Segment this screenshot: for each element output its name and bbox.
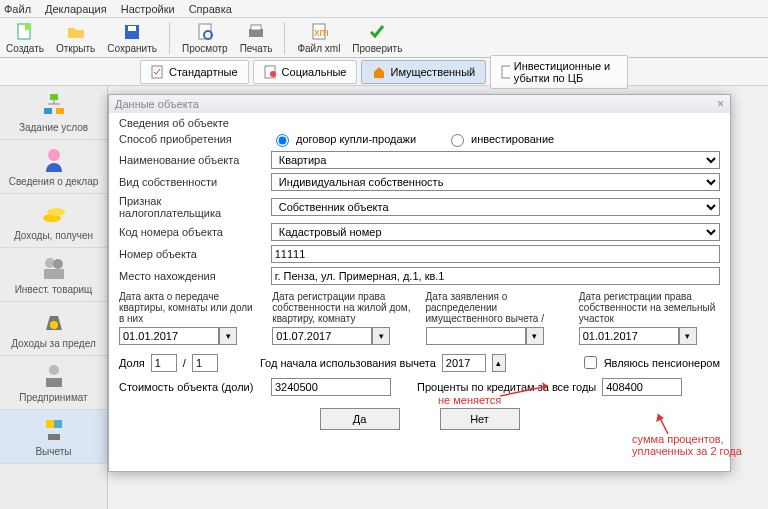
save-icon [122, 22, 142, 42]
check-button[interactable]: Проверить [352, 22, 402, 54]
create-button[interactable]: Создать [6, 22, 44, 54]
taxpayer-sign-label: Признак налогоплательщика [119, 195, 265, 219]
object-number-input[interactable] [271, 245, 720, 263]
ownership-type-select[interactable]: Индивидуальная собственность [271, 173, 720, 191]
date-picker-icon[interactable]: ▾ [679, 327, 697, 345]
menu-help[interactable]: Справка [189, 3, 232, 15]
menu-settings[interactable]: Настройки [121, 3, 175, 15]
svg-rect-16 [56, 108, 64, 114]
date-picker-icon[interactable]: ▾ [219, 327, 237, 345]
menu-file[interactable]: Файл [4, 3, 31, 15]
svg-rect-25 [46, 378, 62, 387]
sidebar-item-income[interactable]: Доходы, получен [0, 194, 107, 248]
yes-button[interactable]: Да [320, 408, 400, 430]
preview-button[interactable]: Просмотр [182, 22, 228, 54]
svg-rect-26 [46, 420, 54, 428]
print-button[interactable]: Печать [240, 22, 273, 54]
close-icon[interactable]: × [717, 97, 724, 111]
sidebar: Задание услов Сведения о деклар Доходы, … [0, 86, 108, 509]
object-number-label: Номер объекта [119, 248, 265, 260]
house-icon [372, 65, 386, 79]
share-numerator-input[interactable] [151, 354, 177, 372]
share-label: Доля [119, 357, 145, 369]
svg-point-24 [49, 365, 59, 375]
svg-point-12 [270, 71, 276, 77]
save-button[interactable]: Сохранить [107, 22, 157, 54]
sidebar-item-declarant[interactable]: Сведения о деклар [0, 140, 107, 194]
date-reg-land-input[interactable] [579, 327, 679, 345]
separator [284, 22, 285, 54]
deductions-icon [40, 416, 68, 444]
sidebar-item-conditions[interactable]: Задание услов [0, 86, 107, 140]
svg-rect-7 [251, 25, 261, 30]
svg-rect-13 [502, 66, 510, 78]
date-application-label: Дата заявления о распределении имуществе… [426, 291, 567, 325]
svg-rect-27 [54, 420, 62, 428]
sidebar-item-deductions[interactable]: Вычеты [0, 410, 107, 464]
date-picker-icon[interactable]: ▾ [526, 327, 544, 345]
date-reg-land-label: Дата регистрации права собственности на … [579, 291, 720, 325]
svg-rect-28 [48, 434, 60, 440]
object-name-label: Наименование объекта [119, 154, 265, 166]
svg-point-23 [50, 321, 58, 329]
filexml-button[interactable]: xml Файл xml [297, 22, 340, 54]
svg-point-19 [47, 208, 65, 216]
date-reg-home-label: Дата регистрации права собственности на … [272, 291, 413, 325]
acquisition-method-label: Способ приобретения [119, 133, 265, 145]
xml-file-icon: xml [309, 22, 329, 42]
object-name-select[interactable]: Квартира [271, 151, 720, 169]
new-document-icon [15, 22, 35, 42]
svg-rect-14 [50, 94, 58, 100]
cost-input[interactable] [271, 378, 391, 396]
document-icon [501, 65, 510, 79]
svg-rect-22 [44, 269, 64, 279]
radio-purchase-contract[interactable]: договор купли-продажи [271, 131, 416, 147]
location-input[interactable] [271, 267, 720, 285]
date-application-input[interactable] [426, 327, 526, 345]
document-check-icon [151, 65, 165, 79]
interest-input[interactable] [602, 378, 682, 396]
check-icon [367, 22, 387, 42]
money-bag-icon [40, 308, 68, 336]
tab-standard[interactable]: Стандартные [140, 60, 249, 84]
briefcase-person-icon [40, 362, 68, 390]
pensioner-checkbox[interactable]: Являюсь пенсионером [580, 353, 720, 372]
object-data-dialog: Данные объекта × Сведения об объекте Спо… [108, 94, 731, 472]
menu-declaration[interactable]: Декларация [45, 3, 107, 15]
sidebar-item-entrepreneur[interactable]: Предпринимат [0, 356, 107, 410]
tree-icon [40, 92, 68, 120]
open-button[interactable]: Открыть [56, 22, 95, 54]
svg-point-17 [48, 149, 60, 161]
tab-investments[interactable]: Инвестиционные и убытки по ЦБ [490, 55, 628, 89]
date-act-label: Дата акта о передаче квартиры, комнаты и… [119, 291, 260, 325]
svg-text:xml: xml [314, 26, 329, 38]
deduction-tabs: Стандартные Социальные Имущественный Инв… [0, 58, 768, 86]
coins-icon [40, 200, 68, 228]
object-code-select[interactable]: Кадастровый номер [271, 223, 720, 241]
date-act-input[interactable] [119, 327, 219, 345]
tab-social[interactable]: Социальные [253, 60, 358, 84]
radio-investment[interactable]: инвестирование [446, 131, 554, 147]
folder-open-icon [66, 22, 86, 42]
no-button[interactable]: Нет [440, 408, 520, 430]
ownership-type-label: Вид собственности [119, 176, 265, 188]
sidebar-item-invest-partnership[interactable]: Инвест. товарищ [0, 248, 107, 302]
separator [169, 22, 170, 54]
tab-property[interactable]: Имущественный [361, 60, 486, 84]
menubar: Файл Декларация Настройки Справка [0, 0, 768, 18]
svg-rect-15 [44, 108, 52, 114]
people-icon [40, 254, 68, 282]
person-icon [40, 146, 68, 174]
cost-label: Стоимость объекта (доли) [119, 381, 265, 393]
date-picker-icon[interactable]: ▾ [372, 327, 390, 345]
date-reg-home-input[interactable] [272, 327, 372, 345]
year-start-input[interactable] [442, 354, 486, 372]
share-denominator-input[interactable] [192, 354, 218, 372]
taxpayer-sign-select[interactable]: Собственник объекта [271, 198, 720, 216]
sidebar-item-income-abroad[interactable]: Доходы за предел [0, 302, 107, 356]
preview-icon [195, 22, 215, 42]
section-heading: Сведения об объекте [119, 117, 720, 129]
year-spinner-icon[interactable]: ▴ [492, 354, 506, 372]
svg-rect-3 [128, 26, 136, 31]
document-red-icon [264, 65, 278, 79]
